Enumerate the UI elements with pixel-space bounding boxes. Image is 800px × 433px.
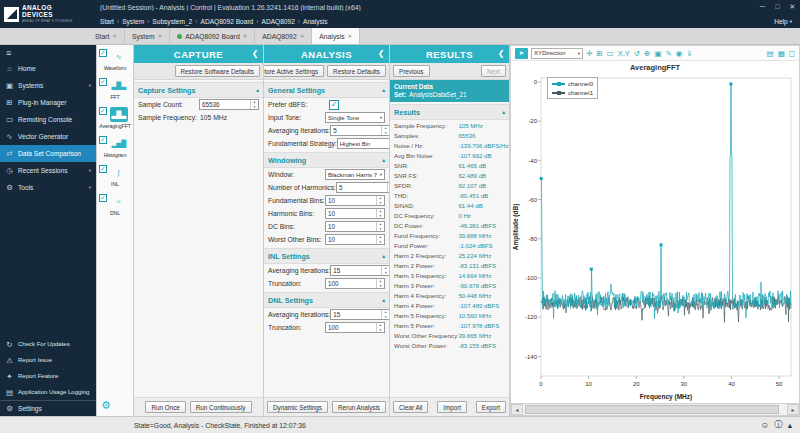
collapse-panel-icon[interactable]: ❮ <box>498 49 505 58</box>
breadcrumb-item[interactable]: Subsystem_2 › <box>152 18 197 25</box>
pointer-tool-button[interactable]: ➤ <box>515 48 528 59</box>
field-spinner[interactable]: 10▲▼ <box>325 234 385 245</box>
collapse-panel-icon[interactable]: ❮ <box>252 49 259 58</box>
capture-panel-header[interactable]: CAPTURE ❮ <box>134 45 263 63</box>
export-button[interactable]: Export <box>476 401 506 413</box>
expand-icon[interactable]: ▴ <box>788 420 792 430</box>
run-continuously-button[interactable]: Run Continuously <box>190 401 252 413</box>
breadcrumb-item[interactable]: System › <box>122 18 149 25</box>
maximize-button[interactable]: □ <box>770 0 785 14</box>
xy-direction-select[interactable]: XYDirection ▾ <box>531 48 583 59</box>
field-spinner[interactable]: 15▲▼ <box>330 309 389 320</box>
collapse-section-icon[interactable]: ▴ <box>502 109 505 115</box>
help-menu[interactable]: Help ▾ <box>774 18 792 25</box>
tool-settings-gear-icon[interactable]: ⚙ <box>97 397 133 416</box>
spinner-down-icon[interactable]: ▼ <box>377 214 384 219</box>
section-header-windowing[interactable]: Windowing ▴ <box>264 152 389 168</box>
scroll-right-icon[interactable]: ► <box>787 404 799 415</box>
mode-averaging-fft[interactable]: ✓ ▃█▃ AveragingFFT <box>97 103 133 132</box>
menu-icon[interactable]: ≡ <box>0 45 96 60</box>
results-panel-header[interactable]: RESULTS ❮ <box>390 45 509 63</box>
sidebar-item-systems[interactable]: ▣ Systems ▾ <box>0 77 96 94</box>
restore-software-defaults-button[interactable]: Restore Software Defaults <box>175 65 261 77</box>
section-header-inl-settings[interactable]: INL Settings ▴ <box>264 248 389 264</box>
spinner-down-icon[interactable]: ▼ <box>251 105 258 110</box>
next-button[interactable]: Next <box>481 65 506 77</box>
legend-toggle-icon[interactable]: ▤ <box>767 48 774 59</box>
field-spinner[interactable]: 15▲▼ <box>330 265 389 276</box>
undo-zoom-icon[interactable]: ↺ <box>634 48 640 59</box>
sidebar-item-application-usage-logging[interactable]: ▤ Application Usage Logging <box>0 384 96 400</box>
spinner-down-icon[interactable]: ▼ <box>382 315 389 320</box>
spinner-down-icon[interactable]: ▼ <box>377 240 384 245</box>
breadcrumb-item[interactable]: ADAQ8092 Board › <box>200 18 258 25</box>
info-icon[interactable]: ⓘ <box>774 419 783 431</box>
clear-all-button[interactable]: Clear All <box>393 401 428 413</box>
field-spinner[interactable]: 5▲▼ <box>330 125 389 136</box>
sidebar-item-check-for-updates[interactable]: ↻ Check For Updates <box>0 336 96 352</box>
previous-button[interactable]: Previous <box>393 65 430 77</box>
spinner-down-icon[interactable]: ▼ <box>382 131 389 136</box>
spinner-down-icon[interactable]: ▼ <box>377 284 384 289</box>
run-once-button[interactable]: Run Once <box>145 401 185 413</box>
rerun-analysis-button[interactable]: Rerun Analysis <box>332 401 386 413</box>
tab-analysis[interactable]: Analysis ✕ <box>312 28 360 44</box>
import-button[interactable]: Import <box>437 401 467 413</box>
maximize-icon[interactable]: ◻ <box>789 48 795 59</box>
sidebar-item-tools[interactable]: ⚙ Tools ▾ <box>0 179 96 196</box>
legend-item-channel1[interactable]: channel1 <box>552 89 593 96</box>
restore-active-settings-button[interactable]: Restore Active Settings <box>264 65 324 77</box>
mode-checkbox[interactable]: ✓ <box>99 49 107 57</box>
grid-toggle-icon[interactable]: ▦ <box>778 48 785 59</box>
spinner-down-icon[interactable]: ▼ <box>377 328 384 333</box>
tab-system[interactable]: System ✕ <box>125 28 170 44</box>
field-spinner[interactable]: 5▲▼ <box>336 182 389 193</box>
sidebar-item-data-set-comparison[interactable]: ⇄ Data Set Comparison <box>0 145 96 162</box>
pan-icon[interactable]: ✛ <box>586 48 592 59</box>
mode-dnl[interactable]: ✓ ≈ DNL <box>97 190 133 219</box>
axes-xy-icon[interactable]: X,Y <box>618 48 630 59</box>
section-header-dnl-settings[interactable]: DNL Settings ▴ <box>264 292 389 308</box>
sidebar-item-vector-generator[interactable]: ∿ Vector Generator <box>0 128 96 145</box>
tab-close-icon[interactable]: ✕ <box>300 33 305 39</box>
field-select[interactable]: Single Tone▾ <box>325 112 385 123</box>
tab-adaq8092-board[interactable]: ADAQ8092 Board ✕ <box>170 28 255 44</box>
mode-fft[interactable]: ✓ ▃█▃ FFT <box>97 74 133 103</box>
section-header-general-settings[interactable]: General Settings ▴ <box>264 82 389 98</box>
snapshot-icon[interactable]: ◉ <box>676 48 683 59</box>
mode-checkbox[interactable]: ✓ <box>99 165 107 173</box>
field-select[interactable]: Blackman Harris 7▾ <box>325 169 385 180</box>
mode-waveform[interactable]: ✓ ∿ Waveform <box>97 45 133 74</box>
field-spinner[interactable]: 65536▲▼ <box>199 99 259 110</box>
breadcrumb-item[interactable]: ADAQ8092 › <box>261 18 300 25</box>
box-zoom-icon[interactable]: ▭ <box>607 48 614 59</box>
tab-close-icon[interactable]: ✕ <box>243 33 248 39</box>
field-spinner[interactable]: 10▲▼ <box>325 221 385 232</box>
collapse-section-icon[interactable]: ▴ <box>382 87 385 93</box>
scrollbar-track[interactable] <box>523 405 787 414</box>
collapse-panel-icon[interactable]: ❮ <box>378 49 385 58</box>
mode-checkbox[interactable]: ✓ <box>99 78 107 86</box>
tab-close-icon[interactable]: ✕ <box>158 33 163 39</box>
sidebar-item-plugin-manager[interactable]: ⊞ Plug-in Manager <box>0 94 96 111</box>
tab-close-icon[interactable]: ✕ <box>112 33 117 39</box>
spinner-down-icon[interactable]: ▼ <box>382 271 389 276</box>
sidebar-item-report-issue[interactable]: ⚠ Report Issue <box>0 352 96 368</box>
annotate-icon[interactable]: ✎ <box>665 48 671 59</box>
chart-legend[interactable]: channel0 channel1 <box>547 77 598 99</box>
breadcrumb-item[interactable]: Analysis › <box>303 18 328 25</box>
sidebar-item-settings[interactable]: ⚙ Settings <box>0 400 96 416</box>
tab-adaq8092[interactable]: ADAQ8092 ✕ <box>255 28 312 44</box>
field-select[interactable]: Highest Bin▾ <box>337 138 389 149</box>
sidebar-item-report-feature[interactable]: ✦ Report Feature <box>0 368 96 384</box>
field-spinner[interactable]: 100▲▼ <box>325 322 385 333</box>
tab-close-icon[interactable]: ✕ <box>348 33 353 39</box>
minimize-button[interactable]: ─ <box>755 0 770 14</box>
legend-item-channel0[interactable]: channel0 <box>552 80 593 87</box>
field-spinner[interactable]: 100▲▼ <box>325 278 385 289</box>
mode-checkbox[interactable]: ✓ <box>99 136 107 144</box>
chart-scrollbar[interactable]: ◄ ► <box>511 403 799 415</box>
collapse-section-icon[interactable]: ▴ <box>382 253 385 259</box>
analysis-panel-header[interactable]: ANALYSIS ❮ <box>264 45 389 63</box>
spinner-down-icon[interactable]: ▼ <box>377 201 384 206</box>
